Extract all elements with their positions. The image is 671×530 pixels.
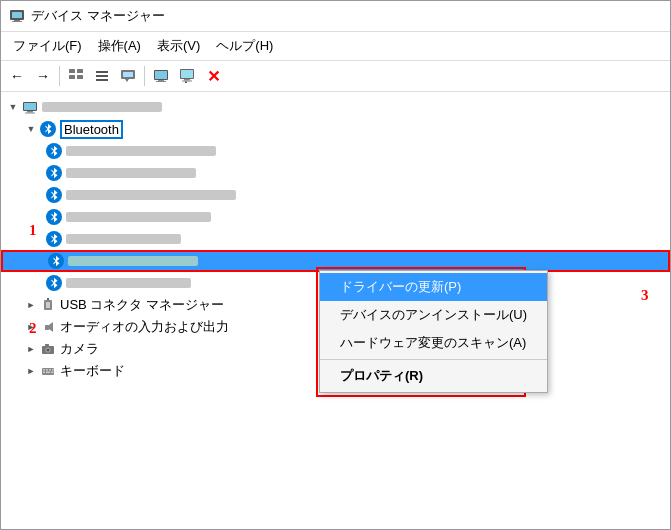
root-icon xyxy=(21,98,39,116)
usb-icon xyxy=(39,296,57,314)
device-manager-window: デバイス マネージャー ファイル(F) 操作(A) 表示(V) ヘルプ(H) ←… xyxy=(0,0,671,530)
menu-view[interactable]: 表示(V) xyxy=(149,34,208,58)
menu-bar: ファイル(F) 操作(A) 表示(V) ヘルプ(H) xyxy=(1,32,670,61)
bt-device-2-label xyxy=(66,168,196,178)
back-button[interactable]: ← xyxy=(5,64,29,88)
title-bar-icon xyxy=(9,8,25,24)
toolbar-separator-2 xyxy=(144,66,145,86)
bt-device-1[interactable] xyxy=(1,140,670,162)
menu-file[interactable]: ファイル(F) xyxy=(5,34,90,58)
svg-point-34 xyxy=(47,349,50,352)
svg-rect-6 xyxy=(69,75,75,79)
content-area: ▼ ▼ Bluetooth xyxy=(1,92,670,529)
svg-rect-20 xyxy=(184,79,190,81)
bt-device-3-icon xyxy=(45,186,63,204)
svg-marker-31 xyxy=(49,322,53,332)
bluetooth-group-icon xyxy=(39,120,57,138)
keyboard-expand-arrow: ► xyxy=(23,363,39,379)
svg-rect-39 xyxy=(49,369,51,371)
camera-expand-arrow: ► xyxy=(23,341,39,357)
bt-device-1-label xyxy=(66,146,216,156)
bt-device-7-icon xyxy=(45,274,63,292)
svg-rect-40 xyxy=(52,369,54,371)
help-button[interactable] xyxy=(116,64,140,88)
svg-rect-24 xyxy=(24,103,36,110)
list-view-button[interactable] xyxy=(90,64,114,88)
svg-rect-29 xyxy=(47,298,49,300)
svg-rect-43 xyxy=(51,372,54,374)
bt-device-4[interactable] xyxy=(1,206,670,228)
audio-label: オーディオの入力および出力 xyxy=(60,318,229,336)
svg-rect-25 xyxy=(27,111,33,113)
bt-device-2[interactable] xyxy=(1,162,670,184)
annotation-1: 1 xyxy=(29,222,37,239)
svg-rect-17 xyxy=(156,81,166,82)
root-label-blurred xyxy=(42,102,162,112)
svg-rect-37 xyxy=(43,369,45,371)
context-menu-separator xyxy=(320,359,547,360)
svg-rect-4 xyxy=(69,69,75,73)
forward-button[interactable]: → xyxy=(31,64,55,88)
title-bar: デバイス マネージャー xyxy=(1,1,670,32)
svg-rect-1 xyxy=(12,12,22,18)
bt-device-selected[interactable] xyxy=(1,250,670,272)
device-view-button[interactable] xyxy=(64,64,88,88)
tree-root[interactable]: ▼ xyxy=(1,96,670,118)
bt-device-4-icon xyxy=(45,208,63,226)
context-menu-scan-hardware[interactable]: ハードウェア変更のスキャン(A) xyxy=(320,329,547,357)
toolbar-separator-1 xyxy=(59,66,60,86)
bt-device-7-label xyxy=(66,278,191,288)
svg-rect-21 xyxy=(182,81,192,82)
svg-rect-28 xyxy=(46,302,50,308)
bluetooth-group-label: Bluetooth xyxy=(60,120,123,139)
bluetooth-expand-arrow: ▼ xyxy=(23,121,39,137)
svg-rect-3 xyxy=(12,21,22,22)
svg-rect-7 xyxy=(77,75,83,79)
camera-icon xyxy=(39,340,57,358)
keyboard-icon xyxy=(39,362,57,380)
delete-button[interactable]: ✕ xyxy=(201,64,225,88)
bt-device-3[interactable] xyxy=(1,184,670,206)
context-menu-uninstall[interactable]: デバイスのアンインストール(U) xyxy=(320,301,547,329)
svg-rect-35 xyxy=(45,344,49,346)
usb-expand-arrow: ► xyxy=(23,297,39,313)
scan-button[interactable] xyxy=(175,64,199,88)
svg-rect-41 xyxy=(43,372,45,374)
svg-rect-38 xyxy=(46,369,48,371)
bt-device-2-icon xyxy=(45,164,63,182)
context-menu-properties[interactable]: プロパティ(R) xyxy=(320,362,547,390)
toolbar: ← → xyxy=(1,61,670,92)
svg-rect-19 xyxy=(181,70,193,78)
audio-icon xyxy=(39,318,57,336)
title-bar-text: デバイス マネージャー xyxy=(31,7,165,25)
camera-label: カメラ xyxy=(60,340,99,358)
svg-rect-15 xyxy=(155,71,167,79)
annotation-2: 2 xyxy=(29,320,37,337)
computer-button[interactable] xyxy=(149,64,173,88)
bt-device-selected-icon xyxy=(47,252,65,270)
annotation-3: 3 xyxy=(641,287,649,304)
bt-device-1-icon xyxy=(45,142,63,160)
keyboard-label: キーボード xyxy=(60,362,125,380)
bt-device-5-label xyxy=(66,234,181,244)
svg-rect-5 xyxy=(77,69,83,73)
bt-device-4-label xyxy=(66,212,211,222)
svg-rect-10 xyxy=(96,79,108,81)
context-menu: ドライバーの更新(P) デバイスのアンインストール(U) ハードウェア変更のスキ… xyxy=(319,270,548,393)
bluetooth-group[interactable]: ▼ Bluetooth xyxy=(1,118,670,140)
svg-rect-8 xyxy=(96,71,108,73)
svg-rect-22 xyxy=(185,82,187,84)
svg-rect-12 xyxy=(123,72,133,77)
bt-device-3-label xyxy=(66,190,236,200)
svg-rect-26 xyxy=(25,113,35,114)
svg-marker-13 xyxy=(125,79,129,82)
svg-rect-30 xyxy=(45,325,49,330)
bt-device-5-icon xyxy=(45,230,63,248)
menu-help[interactable]: ヘルプ(H) xyxy=(208,34,281,58)
context-menu-update-driver[interactable]: ドライバーの更新(P) xyxy=(320,273,547,301)
bt-device-selected-label xyxy=(68,256,198,266)
usb-label: USB コネクタ マネージャー xyxy=(60,296,224,314)
bt-device-5[interactable] xyxy=(1,228,670,250)
root-expand-arrow: ▼ xyxy=(5,99,21,115)
menu-action[interactable]: 操作(A) xyxy=(90,34,149,58)
